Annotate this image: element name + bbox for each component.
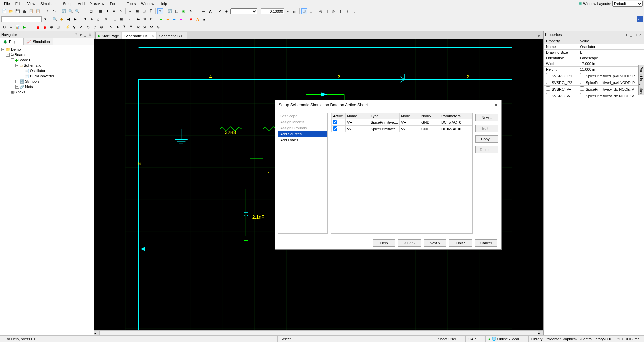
- end-icon[interactable]: ⇥: [102, 16, 108, 22]
- chart-icon[interactable]: 📊: [15, 24, 21, 30]
- copy-button[interactable]: Copy...: [475, 135, 498, 143]
- tree-buckconverter[interactable]: 📄BuckConverter: [1, 73, 92, 79]
- probe6-icon[interactable]: ⊚: [98, 24, 104, 30]
- zoom-in-icon[interactable]: 🔍: [68, 8, 74, 14]
- grid-toggle-icon[interactable]: ⊞: [301, 8, 307, 14]
- text-icon[interactable]: A: [207, 8, 213, 14]
- prop-checkbox[interactable]: [546, 86, 550, 91]
- menu-window[interactable]: Window: [138, 1, 157, 6]
- verify-icon[interactable]: ✓: [217, 8, 223, 14]
- snap-icon[interactable]: ✛: [104, 8, 110, 14]
- route-icon[interactable]: ↯: [187, 8, 193, 14]
- align-left-icon[interactable]: ⫷: [318, 8, 324, 14]
- menu-help[interactable]: Help: [157, 1, 170, 6]
- minimize-icon[interactable]: _: [83, 32, 88, 37]
- grid2-icon[interactable]: ⊡: [308, 8, 314, 14]
- redo-icon[interactable]: ↷: [51, 8, 57, 14]
- color2-icon[interactable]: ▰: [165, 16, 171, 22]
- minimize-icon[interactable]: _: [629, 32, 633, 37]
- tab-project[interactable]: 🌲 Project: [0, 38, 23, 45]
- window-icon[interactable]: ▭: [637, 16, 643, 22]
- menu-setup[interactable]: Setup: [60, 1, 75, 6]
- table-row[interactable]: SVSRC_IP2SpicePrimitive:i_pwl NODE: P: [544, 79, 644, 86]
- tab-start-page[interactable]: ▶Start Page: [95, 32, 121, 39]
- flip-v-icon[interactable]: ⇅: [142, 16, 148, 22]
- step-input[interactable]: [261, 8, 284, 14]
- play-icon[interactable]: ▶: [21, 24, 28, 30]
- prop-checkbox[interactable]: [580, 73, 584, 77]
- prop-checkbox[interactable]: [580, 86, 584, 91]
- tree-schematic[interactable]: −▭Schematic: [1, 63, 92, 68]
- tree-root[interactable]: −📁Demo: [1, 47, 92, 52]
- menu-view[interactable]: View: [24, 1, 38, 6]
- zoom-out-icon[interactable]: 🔍: [74, 8, 80, 14]
- menu-add[interactable]: Add: [75, 1, 87, 6]
- up-icon[interactable]: ⬆: [82, 16, 88, 22]
- step-set-scope[interactable]: Set Scope: [278, 113, 327, 119]
- wave-icon[interactable]: ⊕: [48, 24, 54, 30]
- undo-icon[interactable]: ↶: [45, 8, 51, 14]
- search-input[interactable]: [1, 16, 42, 22]
- wire-icon[interactable]: ─: [201, 8, 207, 14]
- step-up-icon[interactable]: ▴: [285, 8, 291, 14]
- menu-simulation[interactable]: Simulation: [38, 1, 60, 6]
- down-icon[interactable]: ⬇: [89, 16, 95, 22]
- prop-checkbox[interactable]: [580, 93, 584, 97]
- bus-icon[interactable]: ═: [194, 8, 200, 14]
- window-layouts-select[interactable]: Default: [612, 1, 643, 7]
- align-center-icon[interactable]: ⫿: [324, 8, 330, 14]
- prop-checkbox[interactable]: [580, 80, 584, 84]
- pointer-icon[interactable]: ↖: [157, 8, 163, 14]
- probe5-icon[interactable]: ⊙: [92, 24, 98, 30]
- maximize-icon[interactable]: □: [633, 32, 638, 37]
- paste-icon[interactable]: 📋: [35, 8, 41, 14]
- align-top-icon[interactable]: ⫯: [338, 8, 344, 14]
- menu-file[interactable]: File: [1, 1, 13, 6]
- project-integration-tab[interactable]: Project Integration: [638, 65, 644, 95]
- parts-icon[interactable]: ⊡: [141, 8, 147, 14]
- menu-edit[interactable]: Edit: [13, 1, 24, 6]
- db-icon[interactable]: 🗄: [148, 8, 154, 14]
- table-row[interactable]: Height11.000 in: [544, 67, 644, 72]
- table-row[interactable]: V- SpicePrimitive:... V- GND DC=-5 AC=0: [332, 126, 472, 132]
- src2-icon[interactable]: ⧨: [115, 24, 121, 30]
- tab-schematic-os[interactable]: Schematic.Os...×: [122, 32, 156, 39]
- table-row[interactable]: Width17.000 in: [544, 61, 644, 67]
- copy-icon[interactable]: 📋: [28, 8, 34, 14]
- close-icon[interactable]: ×: [638, 32, 643, 37]
- src7-icon[interactable]: ⋈: [148, 24, 154, 30]
- table-row[interactable]: Drawing SizeB: [544, 50, 644, 55]
- filter-icon[interactable]: ▼: [111, 8, 117, 14]
- zoom-fit-icon[interactable]: ⛶: [81, 8, 87, 14]
- table-row[interactable]: SVSRC_V+SpicePrimitive:v_dc NODE: V: [544, 86, 644, 92]
- src6-icon[interactable]: ⋊: [142, 24, 148, 30]
- stop-icon[interactable]: ⏹: [35, 24, 41, 30]
- menu-tools[interactable]: Tools: [124, 1, 139, 6]
- sim-stop-icon[interactable]: ■: [201, 16, 207, 22]
- color1-icon[interactable]: ▰: [158, 16, 164, 22]
- tree-oscillator[interactable]: 📄Oscillator: [1, 68, 92, 73]
- src5-icon[interactable]: ⋉: [135, 24, 141, 30]
- pcb-icon[interactable]: ▣: [180, 8, 186, 14]
- next-icon[interactable]: ▶: [72, 16, 78, 22]
- active-checkbox[interactable]: [333, 126, 337, 131]
- menu-format[interactable]: Format: [107, 1, 124, 6]
- align-bottom-icon[interactable]: ⫰: [351, 8, 357, 14]
- tree-board1[interactable]: −◆Board1: [1, 57, 92, 63]
- finish-button[interactable]: Finish: [449, 239, 472, 247]
- dropdown-icon[interactable]: ▾: [42, 16, 48, 22]
- find-icon[interactable]: 🔍: [52, 16, 58, 22]
- prop-checkbox[interactable]: [546, 80, 550, 84]
- align-right-icon[interactable]: ⫸: [331, 8, 337, 14]
- probe1-icon[interactable]: ⚡: [65, 24, 71, 30]
- tabs-dropdown-icon[interactable]: ▾: [536, 33, 542, 39]
- src4-icon[interactable]: ⊻: [128, 24, 134, 30]
- step-add-sources[interactable]: Add Sources: [278, 131, 327, 137]
- select-icon[interactable]: ↖: [118, 8, 124, 14]
- edit-button[interactable]: Edit...: [475, 125, 498, 132]
- bookmark-icon[interactable]: ◆: [59, 16, 65, 22]
- next-button[interactable]: Next >: [424, 239, 446, 247]
- pause-icon[interactable]: ⏸: [28, 24, 34, 30]
- tab-schematic-bu[interactable]: Schematic.Bu...: [157, 32, 187, 39]
- table-row[interactable]: OrientationLandscape: [544, 55, 644, 61]
